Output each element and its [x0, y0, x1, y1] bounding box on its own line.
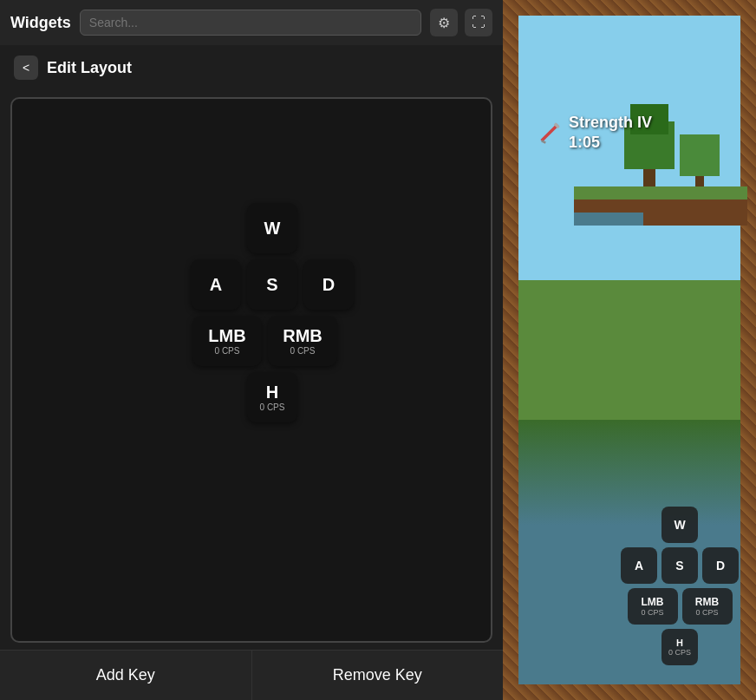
key-a[interactable]: A [191, 259, 241, 310]
edit-layout-title: Edit Layout [47, 59, 132, 77]
game-key-lmb: LMB 0 CPS [628, 588, 678, 625]
key-s[interactable]: S [247, 259, 297, 310]
right-panel: Strength IV 1:05 W A S D [503, 0, 756, 700]
game-key-d: D [702, 547, 739, 584]
game-key-row-mouse: LMB 0 CPS RMB 0 CPS [628, 588, 733, 625]
key-h[interactable]: H 0 CPS [247, 372, 297, 422]
game-key-rmb: RMB 0 CPS [682, 588, 733, 625]
bottom-bar: Add Key Remove Key [0, 650, 503, 700]
game-key-row-asd: A S D [621, 547, 739, 584]
game-key-a: A [621, 547, 657, 584]
game-key-row-w: W [662, 507, 698, 543]
key-lmb[interactable]: LMB 0 CPS [192, 316, 262, 366]
sword-icon [538, 121, 562, 145]
svg-line-9 [542, 141, 546, 143]
key-d[interactable]: D [303, 259, 354, 310]
svg-rect-7 [574, 213, 643, 226]
game-key-row-h: H 0 CPS [662, 629, 698, 665]
game-key-s: S [662, 547, 698, 584]
expand-button[interactable]: ⛶ [465, 9, 492, 36]
game-key-h: H 0 CPS [662, 629, 698, 665]
strength-text: Strength IV 1:05 [569, 113, 652, 154]
svg-line-8 [542, 125, 558, 141]
svg-rect-4 [680, 134, 720, 176]
game-background: Strength IV 1:05 W A S D [503, 0, 756, 700]
game-keys-overlay: W A S D LMB 0 CPS [621, 507, 739, 665]
strength-indicator: Strength IV 1:05 [538, 113, 652, 154]
search-input[interactable] [80, 10, 421, 36]
layout-canvas: W A S D LMB 0 CPS RMB 0 CPS H 0 CPS [10, 97, 492, 643]
remove-key-button[interactable]: Remove Key [252, 651, 504, 700]
back-button[interactable]: < [14, 56, 38, 80]
app-title: Widgets [10, 14, 71, 32]
nav-bar: < Edit Layout [0, 45, 503, 90]
game-key-w: W [662, 507, 698, 543]
gear-button[interactable]: ⚙ [430, 9, 458, 36]
key-w[interactable]: W [247, 203, 297, 253]
left-panel: Widgets ⚙ ⛶ < Edit Layout W A S D LMB 0 [0, 0, 503, 700]
add-key-button[interactable]: Add Key [0, 651, 252, 700]
header: Widgets ⚙ ⛶ [0, 0, 503, 45]
header-icons: ⚙ ⛶ [430, 9, 492, 36]
key-rmb[interactable]: RMB 0 CPS [268, 316, 337, 366]
